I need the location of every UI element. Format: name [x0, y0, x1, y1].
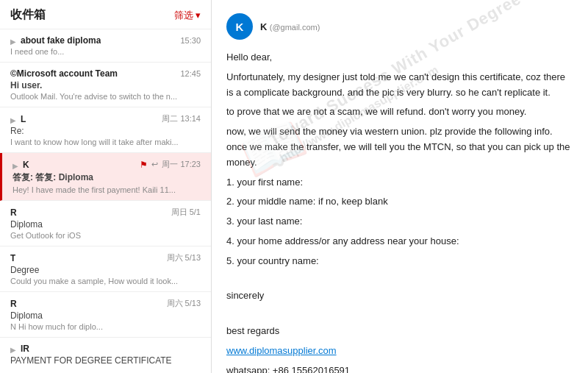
email-preview: Outlook Mail. You're advise to switch to… — [10, 92, 201, 101]
email-subject: PAYMENT FOR DEGREE CERTIFICATE — [10, 355, 201, 366]
email-sender: R — [10, 207, 17, 218]
right-panel: Toward Success With Your Degree http://w… — [212, 0, 588, 373]
email-content-area: Toward Success With Your Degree http://w… — [212, 0, 588, 373]
email-subject: Diploma — [10, 219, 201, 230]
email-sender: R — [10, 299, 17, 309]
email-sender: K — [23, 160, 29, 170]
expand-icon: ▶ — [10, 346, 16, 354]
email-preview: I need one fo... — [10, 47, 201, 56]
email-time: 周六 5/13 — [167, 252, 201, 263]
email-body: Hello dear, Unfortunately, my designer j… — [226, 50, 573, 373]
reply-icon: ↩ — [151, 160, 158, 169]
email-preview: Get Outlook for iOS — [10, 231, 201, 240]
email-time: 周日 5/1 — [171, 207, 201, 218]
chevron-down-icon: ▾ — [196, 10, 201, 21]
email-subject: Diploma — [10, 310, 201, 321]
email-time: 周二 13:14 — [162, 113, 201, 124]
email-time: 周六 5/13 — [167, 298, 201, 309]
filter-label: 筛选 — [174, 9, 193, 22]
expand-icon: ▶ — [10, 116, 16, 124]
expand-icon: ▶ — [12, 162, 18, 170]
body-para3: now, we will send the money via western … — [226, 124, 573, 170]
email-preview: N Hi how much for diplo... — [10, 322, 201, 331]
body-list1: 1. your first name: — [226, 175, 573, 191]
list-item[interactable]: T 周六 5/13 Degree Could you make a sample… — [0, 246, 211, 292]
body-list5: 5. your country name: — [226, 254, 573, 269]
body-website: www.diplomasupplier.com — [226, 344, 573, 359]
inbox-title: 收件箱 — [10, 7, 46, 23]
body-list4: 4. your home address/or any address near… — [226, 234, 573, 249]
body-greeting: Hello dear, — [226, 50, 573, 65]
from-email: (@gmail.com) — [270, 23, 320, 32]
left-panel: 收件箱 筛选 ▾ ▶ about fake diploma 15:30 I ne… — [0, 0, 212, 373]
email-sender: T — [10, 253, 15, 263]
list-item[interactable]: ©Microsoft account Team 12:45 Hi user. O… — [0, 63, 211, 107]
from-info: K (@gmail.com) — [260, 21, 573, 32]
filter-button[interactable]: 筛选 ▾ — [174, 9, 201, 22]
email-sender: IR — [21, 344, 29, 354]
email-time: 15:30 — [180, 36, 201, 45]
avatar: K — [226, 13, 253, 40]
body-sincerely: sincerely — [226, 288, 573, 304]
email-time: 周一 17:23 — [162, 159, 201, 170]
email-list: ▶ about fake diploma 15:30 I need one fo… — [0, 29, 211, 373]
email-time: 12:45 — [180, 69, 201, 78]
list-item[interactable]: ▶ L 周二 13:14 Re: I want to know how long… — [0, 107, 211, 153]
email-subject: 答复: 答复: Diploma — [12, 171, 201, 184]
body-list3: 3. your last name: — [226, 214, 573, 230]
flag-icon: ⚑ — [140, 160, 148, 170]
from-name: K — [260, 21, 267, 32]
body-para1: Unfortunately, my designer just told me … — [226, 70, 573, 101]
email-thread-header: K K (@gmail.com) — [226, 13, 573, 40]
email-subject: Hi user. — [10, 80, 201, 90]
email-sender: L — [21, 114, 26, 124]
email-preview: Hey! I have made the first payment! Kail… — [12, 185, 201, 194]
expand-icon: ▶ — [10, 38, 16, 46]
body-regards: best regards — [226, 324, 573, 339]
email-subject: Re: — [10, 126, 201, 136]
email-sender: about fake diploma — [21, 35, 101, 46]
body-para2: to prove that we are not a scam, we will… — [226, 104, 573, 120]
email-sender: ©Microsoft account Team — [10, 68, 118, 79]
list-item[interactable]: ▶ about fake diploma 15:30 I need one fo… — [0, 29, 211, 63]
email-subject: Degree — [10, 265, 201, 275]
list-item[interactable]: R 周日 5/1 Diploma Get Outlook for iOS — [0, 201, 211, 246]
body-whatsapp: whatsapp: +86 15562016591 — [226, 363, 573, 373]
email-preview: Could you make a sample, How would it lo… — [10, 277, 201, 285]
list-item[interactable]: ▶ IR PAYMENT FOR DEGREE CERTIFICATE — [0, 338, 211, 373]
email-preview: I want to know how long will it take aft… — [10, 138, 201, 146]
list-item[interactable]: R 周六 5/13 Diploma N Hi how much for dipl… — [0, 292, 211, 338]
website-link[interactable]: www.diplomasupplier.com — [226, 345, 337, 356]
body-list2: 2. your middle name: if no, keep blank — [226, 194, 573, 210]
list-item[interactable]: ▶ K ⚑ ↩ 周一 17:23 答复: 答复: Diploma Hey! I … — [0, 153, 211, 201]
inbox-header: 收件箱 筛选 ▾ — [0, 0, 211, 29]
